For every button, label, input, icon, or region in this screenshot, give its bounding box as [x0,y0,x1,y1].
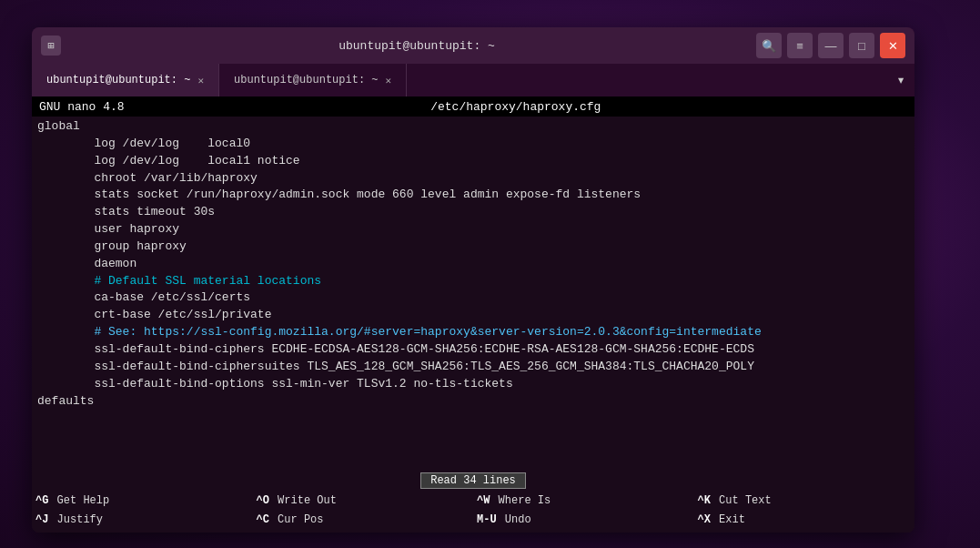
shortcut-item: ^K Cut Text [694,491,915,510]
shortcut-item: ^C Cur Pos [253,510,474,529]
shortcut-key[interactable]: ^W [477,494,497,507]
shortcut-label: Read File [57,533,116,533]
shortcut-item: ^R Read File [32,529,253,533]
shortcut-key[interactable]: ^U [477,533,497,533]
shortcut-label: Undo [505,513,531,526]
tab-2[interactable]: ubuntupit@ubuntupit: ~ ✕ [219,64,407,96]
editor-line: ca-base /etc/ssl/certs [37,289,909,307]
shortcut-key[interactable]: M-U [477,513,503,526]
editor-line: log /dev/log local0 [37,136,909,153]
shortcut-item: ^O Write Out [253,491,474,510]
editor-line: log /dev/log local1 notice [37,153,909,170]
window-controls: 🔍 ≡ — □ ✕ [756,33,905,58]
new-tab-icon: ▾ [896,71,905,89]
shortcut-label: Write Out [278,494,337,507]
editor-line: # Default SSL material locations [37,273,909,290]
window-title: ubuntupit@ubuntupit: ~ [77,39,756,53]
shortcut-label: To Spell [719,533,772,533]
minimize-icon: — [825,39,837,53]
maximize-icon: □ [858,39,865,53]
tab-2-close[interactable]: ✕ [386,75,392,86]
editor-line: defaults [37,393,909,411]
shortcut-key[interactable]: ^R [35,533,56,533]
editor-line: user haproxy [37,221,909,238]
shortcut-label: Get Help [57,494,110,507]
editor-line: ssl-default-bind-options ssl-min-ver TLS… [37,376,909,393]
search-icon: 🔍 [762,39,776,53]
shortcut-item: ^G Get Help [32,491,253,510]
shortcuts-bar: ^G Get Help^O Write Out^W Where Is^K Cut… [32,491,914,533]
shortcut-label: Where Is [499,494,551,507]
nano-status-bar: Read 34 lines [32,471,914,491]
tab-1-close[interactable]: ✕ [197,75,204,86]
nano-status-message: Read 34 lines [420,472,526,489]
shortcut-key[interactable]: ^X [698,513,718,526]
tab-1[interactable]: ubuntupit@ubuntupit: ~ ✕ [32,64,219,96]
shortcut-label: Justify [57,513,103,526]
tab-2-label: ubuntupit@ubuntupit: ~ [234,74,378,86]
search-button[interactable]: 🔍 [756,33,782,58]
shortcut-label: Exit [719,513,745,526]
editor-line: group haproxy [37,238,909,256]
shortcut-item: M-U Undo [473,510,694,529]
editor-line: ssl-default-bind-ciphers ECDHE-ECDSA-AES… [37,341,909,359]
shortcut-item: ^W Where Is [473,491,694,510]
shortcut-key[interactable]: ^G [35,494,56,507]
editor-line: global [37,118,909,136]
terminal-window: ⊞ ubuntupit@ubuntupit: ~ 🔍 ≡ — □ ✕ [32,27,914,533]
tabbar: ubuntupit@ubuntupit: ~ ✕ ubuntupit@ubunt… [32,64,914,96]
shortcut-item: ^\ Replace [253,529,474,533]
shortcut-item: ^T To Spell [694,529,915,533]
shortcut-key[interactable]: ^K [698,494,718,507]
shortcut-label: Replace [278,533,323,533]
close-button[interactable]: ✕ [880,33,905,58]
editor-line: crt-base /etc/ssl/private [37,307,909,324]
shortcut-item: ^X Exit [694,510,915,529]
nano-header: GNU nano 4.8 /etc/haproxy/haproxy.cfg [32,96,914,117]
close-icon: ✕ [888,39,898,53]
editor-line: daemon [37,256,909,273]
tab-1-label: ubuntupit@ubuntupit: ~ [46,74,190,86]
editor-content[interactable]: global log /dev/log local0 log /dev/log … [32,117,914,471]
shortcut-item: ^U Paste Text [473,529,694,533]
editor-line: # See: https://ssl-config.mozilla.org/#s… [37,324,909,341]
editor-line: stats timeout 30s [37,204,909,221]
nano-version: GNU nano 4.8 [39,100,125,114]
menu-button[interactable]: ≡ [787,33,813,58]
shortcut-label: Cur Pos [278,513,323,526]
maximize-button[interactable]: □ [849,33,874,58]
editor-line: stats socket /run/haproxy/admin.sock mod… [37,187,909,204]
shortcut-key[interactable]: ^J [35,513,56,526]
shortcut-key[interactable]: ^C [257,513,277,526]
shortcut-key[interactable]: ^\ [257,533,277,533]
new-tab-button[interactable]: ▾ [887,64,914,96]
shortcut-key[interactable]: ^T [698,533,718,533]
shortcut-label: Paste Text [499,533,564,533]
window-icon: ⊞ [41,36,61,56]
editor-line: ssl-default-bind-ciphersuites TLS_AES_12… [37,359,909,376]
shortcut-label: Cut Text [719,494,772,507]
menu-icon: ≡ [796,39,803,53]
nano-editor: GNU nano 4.8 /etc/haproxy/haproxy.cfg gl… [32,96,914,533]
nano-filename: /etc/haproxy/haproxy.cfg [430,100,601,114]
shortcut-item: ^J Justify [32,510,253,529]
titlebar: ⊞ ubuntupit@ubuntupit: ~ 🔍 ≡ — □ ✕ [32,27,914,64]
editor-line: chroot /var/lib/haproxy [37,170,909,188]
minimize-button[interactable]: — [818,33,844,58]
shortcut-key[interactable]: ^O [257,494,277,507]
